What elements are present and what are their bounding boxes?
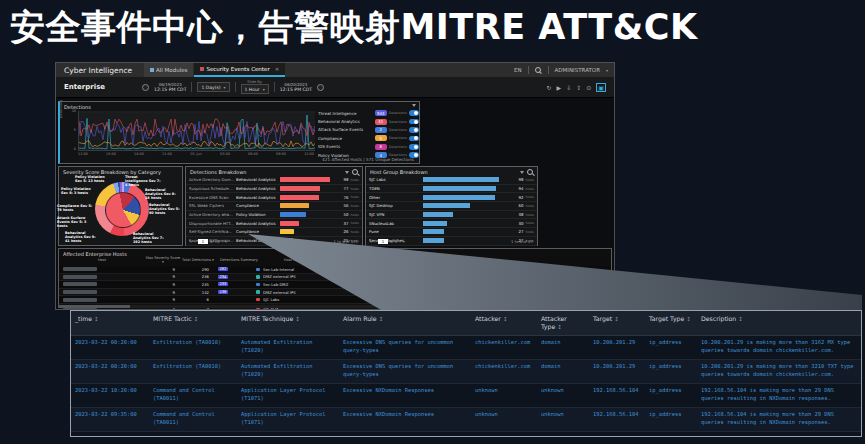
page-first-icon[interactable]: « (370, 239, 372, 244)
sort-icon[interactable]: ↕ (94, 316, 99, 322)
sort-icon[interactable]: ↕ (738, 316, 743, 322)
event-cell-attacker[interactable]: chickenkiller.com (471, 360, 537, 383)
event-cell-time[interactable]: 2023-03-22 00:40:00 (71, 432, 149, 437)
page-last-icon[interactable]: » (403, 239, 405, 244)
event-cell-attacker[interactable]: unknown (471, 384, 537, 407)
host-group-row[interactable]: SJC VPN38hosts (366, 211, 537, 220)
affected-host-row[interactable]: 9236234DMZ external IPS (59, 274, 611, 282)
affected-host-row[interactable]: 9142138DMZ external IPS (59, 289, 611, 297)
event-cell-attacker[interactable]: unknown (471, 408, 537, 431)
breakdown-row[interactable]: SSL Weak CiphersCompliance56hosts (186, 202, 362, 211)
event-cell-attacker-type[interactable]: unknown (537, 432, 589, 437)
interval-dropdown[interactable]: 1 Hour ▾ (241, 84, 269, 94)
range-end-handle[interactable] (317, 84, 324, 91)
range-start-handle[interactable] (142, 84, 149, 91)
sort-icon[interactable]: ↕ (379, 316, 384, 322)
toolbar-icon[interactable]: ⊙ (586, 84, 591, 91)
event-cell-technique[interactable]: Automated Exfiltration (T1020) (237, 336, 339, 359)
event-cell-tactic[interactable]: Exfiltration (TA0010) (149, 336, 237, 359)
breakdown-row[interactable]: Disproportionate HTT...Behavioral Analyt… (186, 219, 362, 228)
page-input[interactable]: 1 (198, 239, 208, 244)
page-next-icon[interactable]: › (222, 239, 224, 244)
event-row[interactable]: 2023-03-22 00:20:00Exfiltration (TA0010)… (71, 360, 861, 384)
horizontal-scrollbar[interactable] (58, 305, 612, 308)
close-icon[interactable]: × (275, 66, 280, 72)
sort-icon[interactable]: ↕ (503, 316, 508, 322)
scrollbar-thumb[interactable] (58, 305, 130, 308)
breakdown-row[interactable]: Active Directory Dom...Behavioral Analyt… (186, 176, 362, 185)
event-cell-alarm[interactable]: Excessive NXDomain Responses (339, 384, 471, 407)
toolbar-icon[interactable]: ▣ (596, 83, 606, 92)
filter-icon[interactable] (345, 171, 349, 174)
legend-item[interactable]: Attack Surface Events2Detections (318, 126, 419, 134)
filter-icon[interactable] (520, 171, 524, 174)
language-selector[interactable]: EN (514, 67, 522, 73)
sort-icon[interactable]: ↕ (686, 316, 691, 322)
affected-host-row[interactable]: 96SJC Labs (59, 296, 611, 304)
toolbar-icon[interactable]: ⇩ (566, 84, 571, 91)
event-cell-time[interactable]: 2023-03-22 09:35:00 (71, 408, 149, 431)
legend-item[interactable]: Behavioral Analytics41Detections (318, 117, 419, 125)
legend-item[interactable]: IDS Events8Detections (318, 143, 419, 151)
column-header[interactable]: Total Detections ▾ (181, 258, 215, 262)
event-cell-target-type[interactable]: ip_address (645, 432, 697, 437)
host-group-row[interactable]: SJC Labs98hosts (366, 176, 537, 185)
toolbar-icon[interactable]: ↻ (547, 84, 552, 91)
column-header[interactable]: Attacker Type↕ (537, 311, 589, 335)
event-cell-target[interactable]: 192.168.56.104 (589, 384, 645, 407)
page-next-icon[interactable]: › (399, 239, 401, 244)
page-input[interactable]: 1 (378, 239, 388, 244)
host-group-row[interactable]: TGEN94hosts (366, 185, 537, 194)
event-cell-description[interactable]: 10.200.201.29 is making more than 3162 M… (697, 336, 861, 359)
event-cell-attacker-type[interactable]: domain (537, 360, 589, 383)
event-cell-target[interactable]: 192.168.56.104 (589, 408, 645, 431)
column-header[interactable]: Attacker↕ (471, 311, 537, 335)
event-cell-alarm[interactable]: Excessive DNS queries for uncommon query… (339, 336, 471, 359)
toggle-switch[interactable] (409, 119, 419, 125)
event-cell-attacker[interactable]: chickenkiller.com (471, 336, 537, 359)
column-header[interactable]: Max Severity Score ▾ (145, 256, 181, 265)
event-cell-target[interactable]: 10.200.201.29 (589, 336, 645, 359)
sort-icon[interactable]: ↕ (614, 316, 619, 322)
breakdown-row[interactable]: Active Directory atta...Policy Violation… (186, 211, 362, 220)
column-header[interactable]: MITRE Tactic↕ (149, 311, 237, 335)
event-cell-technique[interactable]: Application Layer Protocol (T1071) (237, 384, 339, 407)
toolbar-icon[interactable]: ⇪ (576, 84, 581, 91)
column-header[interactable]: Host Group (263, 258, 325, 262)
event-cell-attacker-type[interactable]: domain (537, 336, 589, 359)
toggle-switch[interactable] (409, 136, 419, 142)
event-cell-target-type[interactable]: ip_address (645, 360, 697, 383)
page-prev-icon[interactable]: ‹ (374, 239, 376, 244)
event-cell-target-type[interactable]: ip_address (645, 408, 697, 431)
host-group-row[interactable]: 5NucleusLab30hosts (366, 219, 537, 228)
event-cell-attacker[interactable]: unknown (471, 432, 537, 437)
column-header[interactable]: _time↕ (71, 311, 149, 335)
search-icon[interactable] (527, 169, 534, 176)
legend-item[interactable]: Compliance5Detections (318, 134, 419, 142)
event-cell-technique[interactable]: Application Layer Protocol (T1071) (237, 432, 339, 437)
sort-icon[interactable]: ↕ (194, 316, 199, 322)
event-cell-tactic[interactable]: Command and Control (TA0011) (149, 384, 237, 407)
search-icon[interactable] (535, 67, 542, 74)
toggle-switch[interactable] (409, 110, 419, 116)
breakdown-row[interactable]: Excessive DNS ScanBehavioral Analytics76… (186, 193, 362, 202)
event-cell-alarm[interactable]: Excessive NXDomain Responses (339, 432, 471, 437)
page-prev-icon[interactable]: ‹ (194, 239, 196, 244)
event-cell-tactic[interactable]: Command and Control (TA0011) (149, 432, 237, 437)
event-cell-description[interactable]: 192.168.56.104 is making more than 29 DN… (697, 432, 861, 437)
event-cell-target-type[interactable]: ip_address (645, 336, 697, 359)
host-group-row[interactable]: Other92hosts (366, 193, 537, 202)
event-cell-time[interactable]: 2023-03-22 10:20:00 (71, 384, 149, 407)
toggle-switch[interactable] (409, 144, 419, 150)
event-cell-target[interactable]: 10.200.201.29 (589, 360, 645, 383)
event-cell-target[interactable]: 192.168.56.104 (589, 432, 645, 437)
event-cell-alarm[interactable]: Excessive NXDomain Responses (339, 408, 471, 431)
column-header[interactable]: Detections Summary (215, 258, 263, 262)
event-cell-time[interactable]: 2023-03-22 00:20:00 (71, 360, 149, 383)
tab-all-modules[interactable]: All Modules (144, 63, 193, 77)
breakdown-row[interactable]: Self-Signed Certifica...Compliance26host… (186, 228, 362, 237)
range-duration-dropdown[interactable]: 1 Day(s) ▾ (197, 82, 229, 92)
sort-icon[interactable]: ↕ (295, 316, 300, 322)
event-cell-alarm[interactable]: Excessive DNS queries for uncommon query… (339, 360, 471, 383)
affected-host-row[interactable]: 9290282Sec-Lab-Internal (59, 266, 611, 274)
